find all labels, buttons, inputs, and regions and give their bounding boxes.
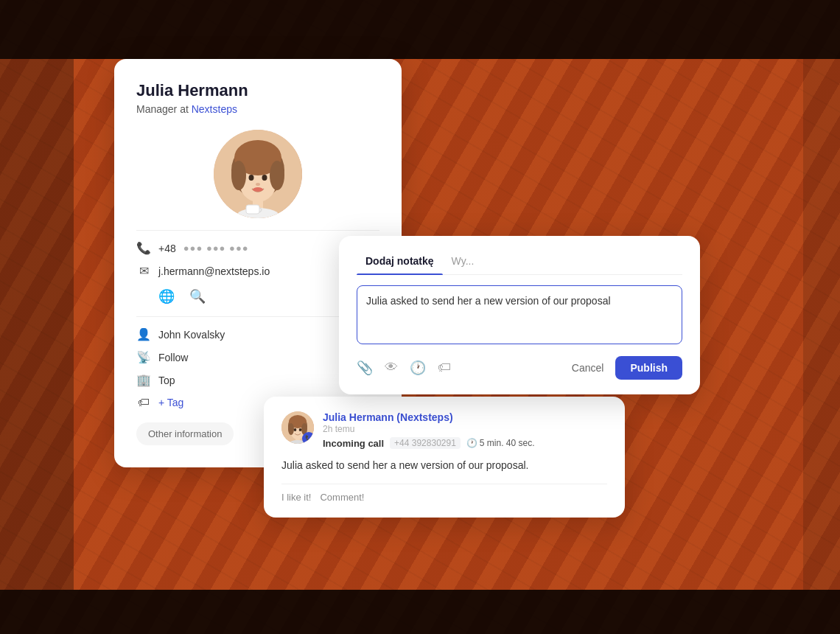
tab-add-note[interactable]: Dodaj notatkę: [357, 251, 443, 274]
attachment-icon[interactable]: 📎: [357, 360, 373, 376]
call-number: +44 392830291: [390, 437, 461, 449]
activity-info: Julia Hermann (Nextsteps) 2h temu Incomi…: [323, 411, 607, 449]
company-name: Nextsteps: [192, 103, 237, 115]
tab-wy[interactable]: Wy...: [443, 251, 483, 274]
clock-icon[interactable]: 🕐: [410, 360, 426, 376]
other-info-label: Other information: [148, 428, 222, 439]
title-prefix: Manager at: [136, 103, 189, 115]
assigned-name: John Kovalsky: [158, 329, 225, 341]
duration-value: 5 min. 40 sec.: [480, 438, 535, 448]
note-buttons: Cancel Publish: [566, 356, 682, 380]
divider-1: [136, 230, 379, 231]
top-bar: [0, 0, 840, 59]
svg-point-17: [288, 423, 294, 435]
like-button[interactable]: I like it!: [281, 492, 311, 503]
eye-icon[interactable]: 👁: [385, 360, 398, 376]
svg-point-8: [256, 183, 260, 186]
tabs-row: Dodaj notatkę Wy...: [357, 251, 682, 275]
activity-note-text: Julia asked to send her a new version of…: [281, 458, 607, 473]
note-textarea[interactable]: Julia asked to send her a new version of…: [357, 285, 682, 344]
profile-title: Manager at Nextsteps: [136, 103, 379, 115]
call-badge-icon: 📞: [302, 432, 314, 444]
activity-time: 2h temu: [323, 424, 607, 434]
activity-footer: I like it! Comment!: [281, 484, 607, 503]
profile-name: Julia Hermann: [136, 81, 379, 100]
svg-point-9: [253, 187, 263, 192]
svg-point-4: [231, 161, 246, 190]
tab-wy-label: Wy...: [452, 255, 475, 267]
rss-icon: 📡: [136, 350, 151, 364]
email-address: j.hermann@nextsteps.io: [158, 265, 270, 277]
hierarchy-icon: 🏢: [136, 373, 151, 387]
activity-card: 📞 Julia Hermann (Nextsteps) 2h temu Inco…: [264, 397, 625, 518]
publish-label: Publish: [630, 362, 668, 374]
side-bar-left: [0, 59, 74, 590]
activity-avatar: 📞: [281, 411, 314, 444]
side-bar-right: [803, 59, 840, 590]
publish-button[interactable]: Publish: [615, 356, 682, 380]
note-actions: 📎 👁 🕐 🏷 Cancel Publish: [357, 356, 682, 380]
activity-author-name: Julia Hermann (Nextsteps): [323, 411, 607, 423]
phone-prefix: +48: [158, 243, 176, 254]
note-card: Dodaj notatkę Wy... Julia asked to send …: [339, 236, 700, 394]
avatar: [214, 130, 302, 218]
company-link[interactable]: Nextsteps: [192, 103, 237, 115]
email-icon: ✉: [136, 264, 151, 278]
svg-point-19: [294, 428, 297, 431]
svg-point-20: [299, 428, 302, 431]
svg-point-5: [270, 161, 284, 190]
cancel-label: Cancel: [572, 362, 604, 374]
activity-call-row: Incoming call +44 392830291 🕐 5 min. 40 …: [323, 437, 607, 449]
tag-label: + Tag: [158, 397, 183, 408]
tag-icon: 🏷: [136, 396, 151, 409]
globe-icon[interactable]: 🌐: [158, 288, 175, 304]
bottom-bar: [0, 590, 840, 634]
svg-point-6: [249, 175, 254, 181]
label-icon[interactable]: 🏷: [438, 360, 451, 376]
tab-add-label: Dodaj notatkę: [365, 255, 434, 267]
call-duration: 🕐 5 min. 40 sec.: [466, 438, 535, 448]
follow-label: Follow: [158, 352, 188, 363]
note-toolbar-icons: 📎 👁 🕐 🏷: [357, 360, 451, 376]
search-icon[interactable]: 🔍: [189, 288, 206, 304]
cancel-button[interactable]: Cancel: [566, 358, 610, 378]
svg-rect-12: [246, 205, 259, 214]
other-info-button[interactable]: Other information: [136, 422, 234, 445]
comment-button[interactable]: Comment!: [320, 492, 364, 503]
phone-icon: 📞: [136, 241, 151, 255]
call-label: Incoming call: [323, 438, 384, 449]
phone-number: ●●● ●●● ●●●: [183, 243, 249, 254]
activity-header: 📞 Julia Hermann (Nextsteps) 2h temu Inco…: [281, 411, 607, 449]
top-label: Top: [158, 375, 175, 386]
avatar-illustration: [214, 130, 302, 218]
avatar-wrap: [136, 130, 379, 218]
duration-clock-icon: 🕐: [466, 438, 477, 448]
svg-point-7: [262, 175, 267, 181]
person-icon: 👤: [136, 327, 151, 341]
